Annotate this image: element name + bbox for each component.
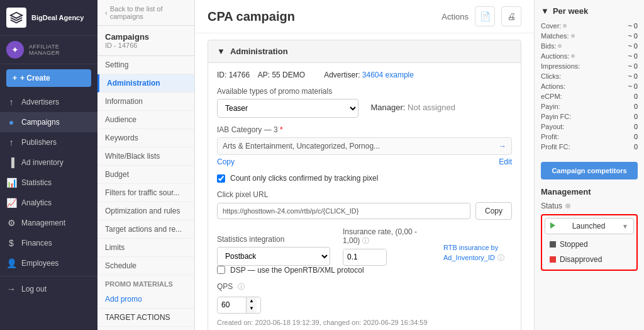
logout-icon: →: [6, 284, 16, 294]
promo-type-select[interactable]: Teaser: [217, 99, 358, 118]
sidebar-item-finances[interactable]: $ Finances: [0, 233, 97, 253]
sidebar-item-ad-inventory[interactable]: ▐ Ad inventory: [0, 152, 97, 173]
click-pixel-input[interactable]: [217, 203, 470, 219]
profit-label: Profit:: [541, 133, 559, 140]
middle-nav-add-promo[interactable]: Add promo: [97, 290, 194, 309]
sidebar-item-publishers[interactable]: ↑ Publishers: [0, 132, 97, 152]
middle-nav-budget[interactable]: Budget: [97, 166, 194, 184]
sidebar-item-management[interactable]: ⚙ Management: [0, 213, 97, 233]
rtb-link[interactable]: RTB insurance byAd_Inventory_ID: [443, 244, 498, 261]
create-button[interactable]: + + Create: [6, 69, 91, 87]
ad-inventory-icon: ▐: [6, 157, 16, 168]
cover-value: ~ 0: [628, 22, 638, 30]
back-link[interactable]: ‹ Back to the list of campaigns: [97, 0, 194, 26]
rtb-info-icon[interactable]: ⓘ: [497, 254, 504, 261]
iab-arrow-icon: →: [499, 142, 506, 151]
cover-label: Cover:: [541, 22, 567, 30]
insurance-input[interactable]: [343, 249, 387, 265]
status-launched-option[interactable]: Launched ▼: [545, 218, 634, 234]
qps-spinner: ▲ ▼: [246, 297, 257, 313]
middle-nav-keywords[interactable]: Keywords: [97, 129, 194, 147]
middle-nav-target-re[interactable]: Target actions and re...: [97, 220, 194, 239]
print-button[interactable]: 🖨: [501, 6, 521, 26]
tracking-checkbox[interactable]: [217, 174, 225, 183]
sidebar-item-analytics[interactable]: 📈 Analytics: [0, 193, 97, 213]
middle-nav-audience[interactable]: Audience: [97, 111, 194, 129]
middle-nav-optimization[interactable]: Optimization and rules: [97, 202, 194, 220]
sidebar-item-campaigns[interactable]: ● Campaigns: [0, 112, 97, 132]
clicks-label: Clicks:: [541, 72, 561, 80]
sidebar-item-advertisers[interactable]: ↑ Advertisers: [0, 92, 97, 112]
actions-value: ~ 0: [628, 82, 638, 90]
create-label: + Create: [20, 74, 50, 82]
administration-panel: ▼ Administration ID: 14766 AP: 55 DEMO A…: [208, 40, 521, 330]
page-title: CPA campaign: [208, 9, 295, 24]
middle-nav-filters[interactable]: Filters for traffic sour...: [97, 184, 194, 202]
ap-value: 55 DEMO: [272, 71, 305, 79]
dsp-checkbox[interactable]: [217, 266, 225, 274]
payout-label: Payout:: [541, 123, 564, 130]
middle-nav-administration[interactable]: Administration: [97, 74, 194, 93]
stats-label: Statistics integration: [217, 235, 330, 244]
stopped-icon: [550, 241, 556, 248]
metric-profit-fc: Profit FC: 0: [541, 142, 638, 152]
qps-label: QPS: [217, 282, 233, 291]
copy-link[interactable]: Copy: [217, 157, 235, 166]
section-header: ▼ Administration: [208, 40, 521, 63]
middle-nav-setting[interactable]: Setting: [97, 56, 194, 74]
logo-icon: [6, 8, 26, 28]
status-stopped-option[interactable]: Stopped: [545, 237, 634, 252]
sidebar-item-statistics[interactable]: 📊 Statistics: [0, 173, 97, 193]
employees-icon: 👤: [6, 258, 16, 268]
metric-bids: Bids: ~ 0: [541, 41, 638, 51]
rtb-link-col: RTB insurance byAd_Inventory_ID ⓘ: [443, 242, 504, 266]
qps-info-icon[interactable]: ⓘ: [238, 282, 245, 292]
impressions-label: Impressions:: [541, 62, 580, 70]
matches-label: Matches:: [541, 32, 575, 40]
ecpm-value: 0: [634, 93, 638, 100]
insurance-info-icon[interactable]: ⓘ: [362, 237, 369, 244]
qps-up[interactable]: ▲: [247, 297, 257, 305]
document-button[interactable]: 📄: [475, 6, 495, 26]
per-week-section: ▼ Per week Cover: ~ 0 Matches: ~ 0 Bids:…: [541, 6, 638, 152]
metric-actions: Actions: ~ 0: [541, 81, 638, 91]
promo-col: Available types of promo materials Tease…: [217, 87, 358, 118]
click-pixel-field: Click pixel URL Copy: [217, 190, 512, 220]
qps-down[interactable]: ▼: [247, 305, 257, 312]
header-actions: Actions 📄 🖨: [441, 6, 521, 26]
stats-select[interactable]: Postback: [217, 247, 330, 266]
campaign-competitors-button[interactable]: Campaign competitors: [541, 162, 638, 179]
manager-value: Manager: Not assigned: [371, 99, 513, 112]
actions-label[interactable]: Actions: [441, 12, 469, 21]
status-disapproved-option[interactable]: Disapproved: [545, 252, 634, 267]
metric-cover: Cover: ~ 0: [541, 21, 638, 31]
insurance-input-wrap: ▲ ▼: [343, 249, 387, 266]
dsp-row: DSP — use the OpenRTB/XML protocol: [217, 266, 512, 275]
copy-url-button[interactable]: Copy: [475, 202, 512, 220]
middle-nav-information[interactable]: Information: [97, 93, 194, 111]
payout-value: 0: [634, 123, 638, 130]
click-pixel-label: Click pixel URL: [217, 190, 512, 199]
copy-edit-row: Copy Edit: [217, 157, 512, 166]
sidebar-item-employees[interactable]: 👤 Employees: [0, 253, 97, 273]
status-dropdown-wrap: Launched ▼ Stopped Disapproved: [541, 214, 638, 271]
id-label: ID:: [217, 71, 226, 79]
matches-value: ~ 0: [628, 32, 638, 40]
middle-nav-whiteblack[interactable]: White/Black lists: [97, 147, 194, 166]
payin-value: 0: [634, 103, 638, 110]
logo: BigDeal Agency: [0, 0, 97, 36]
iab-category-box[interactable]: Arts & Entertainment, Uncategorized, Por…: [217, 137, 512, 155]
qps-input[interactable]: [218, 297, 246, 312]
metric-payin: Payin: 0: [541, 101, 638, 111]
per-week-collapse-icon[interactable]: ▼: [541, 6, 549, 16]
disapproved-label: Disapproved: [560, 255, 602, 264]
middle-nav-schedule[interactable]: Schedule: [97, 257, 194, 275]
management-icon: ⚙: [6, 218, 16, 228]
sidebar-item-logout[interactable]: → Log out: [0, 279, 97, 299]
middle-nav-limits[interactable]: Limits: [97, 239, 194, 257]
document-icon: 📄: [480, 11, 491, 21]
advertiser-link[interactable]: 34604 example: [362, 71, 414, 79]
main-header: CPA campaign Actions 📄 🖨: [195, 0, 534, 33]
edit-link[interactable]: Edit: [499, 157, 512, 166]
collapse-icon[interactable]: ▼: [217, 47, 225, 56]
